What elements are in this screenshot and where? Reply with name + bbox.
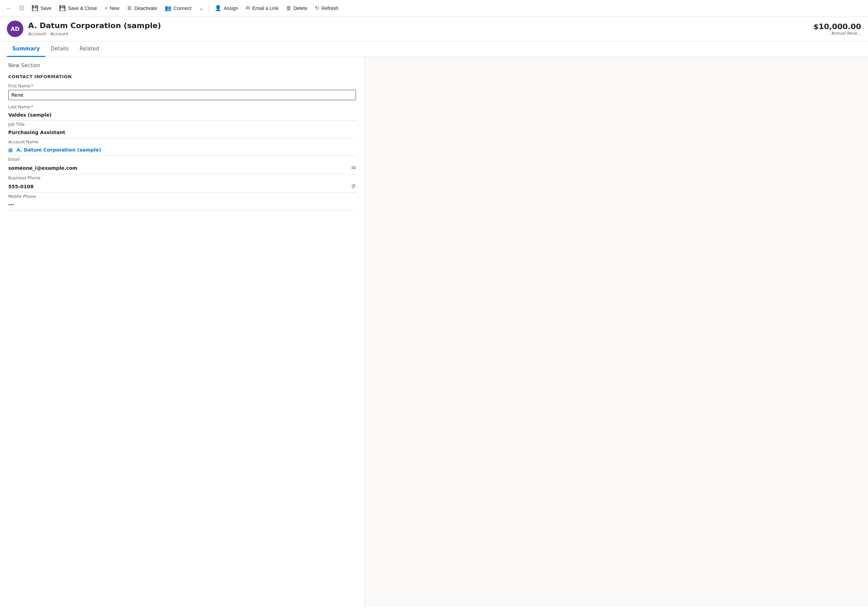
deactivate-label: Deactivate <box>135 6 157 11</box>
tab-summary[interactable]: Summary <box>7 42 45 57</box>
first-name-label: First Name * <box>8 83 356 88</box>
account-link-icon: ▦ <box>8 147 13 153</box>
refresh-label: Refresh <box>321 6 338 11</box>
first-name-required: * <box>31 83 33 88</box>
first-name-field: First Name * <box>0 83 364 103</box>
last-name-field: Last Name * Valdes (sample) <box>0 104 364 121</box>
toolbar-separator <box>209 4 209 12</box>
refresh-button[interactable]: ↻ Refresh <box>312 3 342 13</box>
refresh-icon: ↻ <box>315 5 319 11</box>
email-action-icon[interactable]: ✉ <box>352 164 356 171</box>
last-name-label: Last Name * <box>8 104 356 109</box>
email-field: Email someone_i@example.com ✉ <box>0 157 364 174</box>
job-title-value[interactable]: Purchasing Assistant <box>8 128 356 138</box>
mobile-phone-label: Mobile Phone <box>8 194 356 199</box>
tabs-bar: Summary Details Related <box>0 42 868 57</box>
business-phone-field: Business Phone 555-0108 ✆ <box>0 175 364 193</box>
save-close-label: Save & Close <box>68 6 97 11</box>
assign-label: Assign <box>223 6 238 11</box>
contact-info-heading: CONTACT INFORMATION <box>0 71 364 83</box>
tab-related[interactable]: Related <box>74 42 105 57</box>
left-panel: New Section CONTACT INFORMATION First Na… <box>0 57 364 606</box>
tab-details[interactable]: Details <box>45 42 74 57</box>
new-button[interactable]: + New <box>101 3 123 13</box>
assign-icon: 👤 <box>215 5 222 11</box>
nav-icon: ☷ <box>19 5 24 11</box>
account-name-label: Account Name <box>8 140 356 144</box>
new-label: New <box>110 6 119 11</box>
mobile-phone-value[interactable]: --- <box>8 200 356 210</box>
record-header-left: AD A. Datum Corporation (sample) Account… <box>7 20 161 37</box>
email-link-button[interactable]: ✉ Email a Link <box>242 3 282 13</box>
email-icon: ✉ <box>246 5 250 11</box>
right-panel <box>364 57 868 606</box>
deactivate-button[interactable]: 🗎 Deactivate <box>124 3 161 13</box>
email-value[interactable]: someone_i@example.com ✉ <box>8 163 356 174</box>
email-label: Email <box>8 157 356 162</box>
last-name-required: * <box>31 104 33 109</box>
account-name-field: Account Name ▦ A. Datum Corporation (sam… <box>0 140 364 156</box>
annual-revenue-value: $10,000.00 <box>814 22 861 31</box>
save-label: Save <box>40 6 51 11</box>
save-close-button[interactable]: 💾 Save & Close <box>56 3 101 13</box>
deactivate-icon: 🗎 <box>127 5 132 11</box>
avatar: AD <box>7 20 23 37</box>
mobile-phone-field: Mobile Phone --- <box>0 194 364 210</box>
nav-icon-button[interactable]: ☷ <box>16 3 28 13</box>
phone-icon[interactable]: ✆ <box>352 183 356 190</box>
save-button[interactable]: 💾 Save <box>28 3 55 13</box>
job-title-field: Job Title Purchasing Assistant <box>0 122 364 138</box>
record-header-right: $10,000.00 Annual Reve... <box>814 22 861 36</box>
breadcrumb-account1: Account <box>28 31 46 36</box>
record-title: A. Datum Corporation (sample) <box>28 21 161 30</box>
main-content: New Section CONTACT INFORMATION First Na… <box>0 57 868 606</box>
delete-icon: 🗑 <box>286 5 291 11</box>
breadcrumb-account2[interactable]: Account <box>50 31 68 36</box>
first-name-input[interactable] <box>8 90 356 100</box>
annual-revenue-label: Annual Reve... <box>814 31 861 36</box>
record-header: AD A. Datum Corporation (sample) Account… <box>0 17 868 42</box>
toolbar: ← ☷ 💾 Save 💾 Save & Close + New 🗎 Deacti… <box>0 0 868 17</box>
record-subtitle: Account · Account <box>28 31 161 36</box>
save-close-icon: 💾 <box>59 5 66 11</box>
breadcrumb-separator: · <box>48 31 49 36</box>
connect-button[interactable]: 👥 Connect <box>161 3 195 13</box>
more-button[interactable]: ⌄ <box>195 3 207 13</box>
job-title-label: Job Title <box>8 122 356 127</box>
new-icon: + <box>105 5 108 11</box>
record-info: A. Datum Corporation (sample) Account · … <box>28 21 161 36</box>
account-name-value[interactable]: ▦ A. Datum Corporation (sample) <box>8 146 356 156</box>
new-section-title: New Section <box>0 57 364 71</box>
business-phone-value[interactable]: 555-0108 ✆ <box>8 182 356 193</box>
email-link-label: Email a Link <box>252 6 278 11</box>
connect-icon: 👥 <box>164 5 172 11</box>
last-name-value[interactable]: Valdes (sample) <box>8 111 356 121</box>
chevron-down-icon: ⌄ <box>199 5 203 11</box>
connect-label: Connect <box>174 6 191 11</box>
save-icon: 💾 <box>31 5 39 11</box>
back-button[interactable]: ← <box>3 3 15 13</box>
assign-button[interactable]: 👤 Assign <box>211 3 242 13</box>
back-icon: ← <box>6 5 12 11</box>
delete-label: Delete <box>294 6 307 11</box>
business-phone-label: Business Phone <box>8 175 356 180</box>
delete-button[interactable]: 🗑 Delete <box>282 3 311 13</box>
